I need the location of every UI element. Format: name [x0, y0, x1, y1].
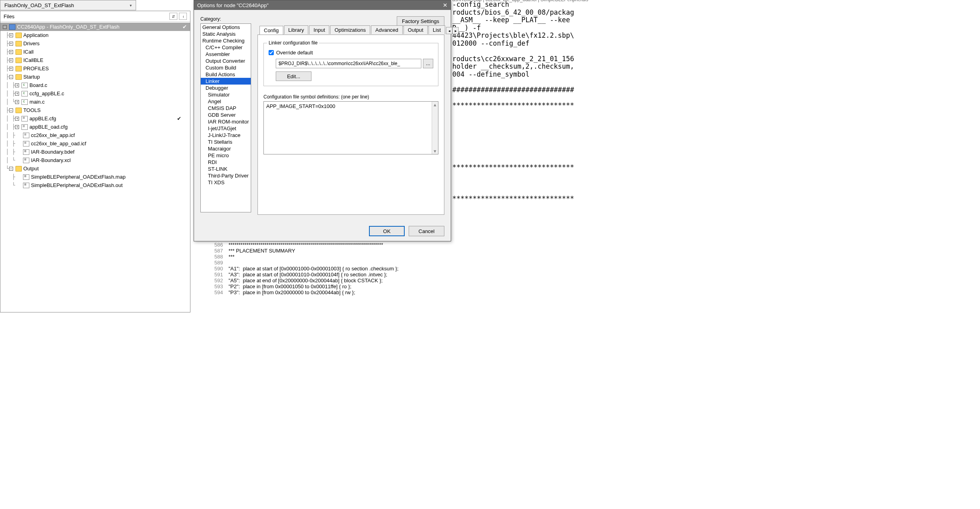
tree-folder-startup[interactable]: ├−Startup: [0, 73, 190, 81]
background-build-output-bottom: 586*************************************…: [199, 242, 398, 295]
config-file-path-input[interactable]: [276, 59, 421, 68]
tree-file-ccfg[interactable]: │ ├+ccfg_appBLE.c: [0, 89, 190, 98]
override-default-label: Override default: [276, 50, 313, 56]
browse-button[interactable]: ...: [423, 59, 433, 68]
tree-file-out[interactable]: └ SimpleBLEPeripheral_OADExtFlash.out: [0, 181, 190, 189]
tab-output[interactable]: Output: [404, 25, 428, 34]
ok-button[interactable]: OK: [369, 226, 405, 236]
group-legend: Linker configuration file: [267, 40, 319, 46]
category-item-build-actions[interactable]: Build Actions: [201, 71, 251, 78]
category-item-st-link[interactable]: ST-LINK: [201, 166, 251, 172]
tree-folder-icall[interactable]: ├+ICall: [0, 48, 190, 56]
tree-folder-icallble[interactable]: ├+ICallBLE: [0, 56, 190, 64]
category-item-ti-stellaris[interactable]: TI Stellaris: [201, 139, 251, 145]
tree-folder-drivers[interactable]: ├+Drivers: [0, 39, 190, 48]
tree-folder-application[interactable]: ├+Application: [0, 31, 190, 39]
tree-file-mainc[interactable]: │ └+main.c: [0, 98, 190, 106]
tree-file-map[interactable]: ├ SimpleBLEPeripheral_OADExtFlash.map: [0, 173, 190, 181]
panel-icon-1[interactable]: ⇵: [169, 13, 177, 20]
chevron-down-icon: ▾: [130, 3, 132, 8]
tree-file-icf1[interactable]: │ ├ cc26xx_ble_app.icf: [0, 131, 190, 139]
category-item-ti-xds[interactable]: TI XDS: [201, 179, 251, 186]
category-list[interactable]: General OptionsStatic AnalysisRuntime Ch…: [200, 23, 251, 212]
category-item-assembler[interactable]: Assembler: [201, 51, 251, 58]
tab-library[interactable]: Library: [284, 25, 309, 34]
factory-settings-button[interactable]: Factory Settings: [397, 16, 444, 26]
category-item-rdi[interactable]: RDI: [201, 159, 251, 166]
workspace-config-label: FlashOnly_OAD_ST_ExtFlash: [4, 2, 74, 8]
category-item-cmsis-dap[interactable]: CMSIS DAP: [201, 105, 251, 112]
tab-optimizations[interactable]: Optimizations: [330, 25, 370, 34]
category-item-i-jet-jtagjet[interactable]: I-jet/JTAGjet: [201, 125, 251, 132]
tree-root[interactable]: −CC2640App - FlashOnly_OAD_ST_ExtFlash✔: [0, 23, 190, 31]
symbol-definitions-label: Configuration file symbol definitions: (…: [263, 94, 438, 100]
dialog-titlebar[interactable]: Options for node "CC2640App" ✕: [194, 0, 451, 10]
tree-file-bdef[interactable]: │ ├ IAR-Boundary.bdef: [0, 148, 190, 156]
category-item-macraigor[interactable]: Macraigor: [201, 145, 251, 152]
category-item-iar-rom-monitor[interactable]: IAR ROM-monitor: [201, 118, 251, 125]
tab-scroll-right-icon[interactable]: ▸: [452, 27, 459, 34]
background-build-output-top: -config_search roducts/bios_6_42_00_08/p…: [452, 1, 574, 202]
tree-folder-profiles[interactable]: ├+PROFILES: [0, 64, 190, 73]
tab-input[interactable]: Input: [309, 25, 329, 34]
tree-file-appbleoad[interactable]: │ ├+appBLE_oad.cfg: [0, 123, 190, 131]
options-dialog: Options for node "CC2640App" ✕ Category:…: [194, 0, 451, 241]
linker-tab-panel: ConfigLibraryInputOptimizationsAdvancedO…: [257, 35, 444, 215]
tab-list[interactable]: List: [429, 25, 445, 34]
cancel-button[interactable]: Cancel: [409, 226, 444, 236]
tab-config[interactable]: Config: [259, 26, 283, 35]
workspace-config-dropdown[interactable]: FlashOnly_OAD_ST_ExtFlash ▾: [0, 0, 136, 10]
edit-button[interactable]: Edit...: [276, 71, 311, 81]
tree-file-boardc[interactable]: │ ├+Board.c: [0, 81, 190, 89]
tab-advanced[interactable]: Advanced: [371, 25, 403, 34]
tree-file-xcl[interactable]: │ └ IAR-Boundary.xcl: [0, 156, 190, 164]
override-default-checkbox[interactable]: [269, 50, 274, 55]
linker-config-group: Linker configuration file Override defau…: [263, 43, 438, 86]
category-item-angel[interactable]: Angel: [201, 98, 251, 105]
panel-icon-2[interactable]: ⫞: [179, 13, 187, 20]
tab-scroll-left-icon[interactable]: ◂: [446, 27, 452, 34]
files-panel: Files ⇵ ⫞ −CC2640App - FlashOnly_OAD_ST_…: [0, 11, 190, 312]
project-tree[interactable]: −CC2640App - FlashOnly_OAD_ST_ExtFlash✔ …: [0, 22, 190, 190]
category-item-linker[interactable]: Linker: [201, 78, 251, 85]
dialog-title-text: Options for node "CC2640App": [197, 2, 269, 8]
category-item-debugger[interactable]: Debugger: [201, 85, 251, 91]
category-item-output-converter[interactable]: Output Converter: [201, 58, 251, 64]
tree-folder-tools[interactable]: ├−TOOLS: [0, 106, 190, 114]
category-item-c-c-compiler[interactable]: C/C++ Compiler: [201, 44, 251, 51]
category-item-pe-micro[interactable]: PE micro: [201, 152, 251, 159]
category-item-j-link-j-trace[interactable]: J-Link/J-Trace: [201, 132, 251, 139]
category-item-simulator[interactable]: Simulator: [201, 91, 251, 98]
symbol-definitions-textarea[interactable]: APP_IMAGE_START=0x1000 ▴▾: [263, 101, 438, 154]
category-item-runtime-checking[interactable]: Runtime Checking: [201, 37, 251, 44]
category-item-static-analysis[interactable]: Static Analysis: [201, 31, 251, 37]
category-item-general-options[interactable]: General Options: [201, 24, 251, 31]
tree-file-icf2[interactable]: │ ├ cc26xx_ble_app_oad.icf: [0, 139, 190, 148]
files-header-label: Files: [4, 13, 168, 19]
scrollbar[interactable]: ▴▾: [432, 102, 438, 154]
category-item-gdb-server[interactable]: GDB Server: [201, 112, 251, 118]
tree-folder-output[interactable]: └−Output: [0, 164, 190, 173]
category-item-custom-build[interactable]: Custom Build: [201, 64, 251, 71]
tree-file-appble[interactable]: │ ├+appBLE.cfg✔: [0, 114, 190, 123]
close-icon[interactable]: ✕: [440, 0, 451, 10]
category-item-third-party-driver[interactable]: Third-Party Driver: [201, 172, 251, 179]
